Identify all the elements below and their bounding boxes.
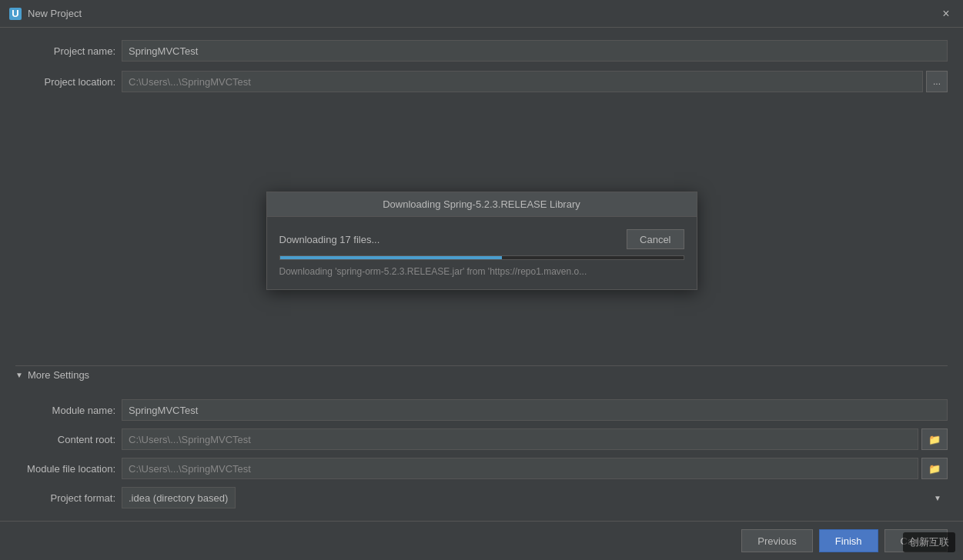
more-settings-triangle: ▼ — [15, 371, 23, 379]
module-file-location-input[interactable] — [122, 458, 918, 479]
download-cancel-button[interactable]: Cancel — [627, 229, 684, 249]
content-root-label: Content root: — [15, 434, 115, 445]
download-url-text: Downloading 'spring-orm-5.2.3.RELEASE.ja… — [279, 266, 684, 277]
title-bar: U New Project × — [0, 0, 963, 28]
module-file-location-row: Module file location: 📁 — [15, 458, 948, 479]
more-settings-header[interactable]: ▼ More Settings — [15, 365, 948, 384]
folder-icon: 📁 — [928, 434, 941, 445]
folder-icon-2: 📁 — [928, 463, 941, 475]
dialog-title: New Project — [28, 8, 938, 19]
project-name-input[interactable] — [122, 40, 948, 62]
main-content: Project name: Project location: ... Down… — [0, 28, 963, 521]
more-settings-label: More Settings — [28, 369, 89, 381]
project-location-field-group: ... — [122, 71, 948, 92]
footer: Previous Finish Cancel — [0, 521, 963, 560]
module-file-location-field-group: 📁 — [122, 458, 948, 479]
finish-button[interactable]: Finish — [819, 529, 878, 552]
project-format-select[interactable]: .idea (directory based) Eclipse (.projec… — [122, 487, 236, 508]
module-file-location-label: Module file location: — [15, 463, 115, 475]
download-dialog-title: Downloading Spring-5.2.3.RELEASE Library — [267, 192, 697, 217]
project-location-input[interactable] — [122, 71, 923, 92]
project-format-row: Project format: .idea (directory based) … — [15, 487, 948, 508]
more-settings-content: Module name: Content root: 📁 Module file… — [15, 393, 948, 508]
module-name-input[interactable] — [122, 399, 948, 421]
project-location-label: Project location: — [15, 76, 115, 88]
project-format-select-wrapper: .idea (directory based) Eclipse (.projec… — [122, 487, 948, 508]
project-name-row: Project name: — [15, 40, 948, 62]
project-location-browse-button[interactable]: ... — [926, 71, 948, 92]
close-button[interactable]: × — [938, 6, 954, 22]
previous-button[interactable]: Previous — [741, 529, 813, 552]
content-root-input[interactable] — [122, 428, 918, 450]
content-root-browse-button[interactable]: 📁 — [921, 428, 948, 450]
project-format-label: Project format: — [15, 492, 115, 504]
download-files-text: Downloading 17 files... — [279, 234, 380, 245]
content-root-field-group: 📁 — [122, 428, 948, 450]
content-root-row: Content root: 📁 — [15, 428, 948, 450]
module-name-row: Module name: — [15, 399, 948, 421]
progress-bar-fill — [280, 256, 502, 259]
app-icon: U — [9, 8, 22, 20]
project-name-label: Project name: — [15, 45, 115, 57]
module-name-label: Module name: — [15, 405, 115, 416]
download-dialog-content: Downloading 17 files... Cancel Downloadi… — [267, 217, 697, 289]
download-dialog: Downloading Spring-5.2.3.RELEASE Library… — [266, 192, 697, 290]
download-files-row: Downloading 17 files... Cancel — [279, 229, 684, 249]
module-file-location-browse-button[interactable]: 📁 — [921, 458, 948, 479]
new-project-dialog: U New Project × Project name: Project lo… — [0, 0, 963, 560]
watermark: 创新互联 — [903, 532, 955, 552]
project-location-row: Project location: ... — [15, 71, 948, 92]
progress-bar-container — [279, 255, 684, 260]
